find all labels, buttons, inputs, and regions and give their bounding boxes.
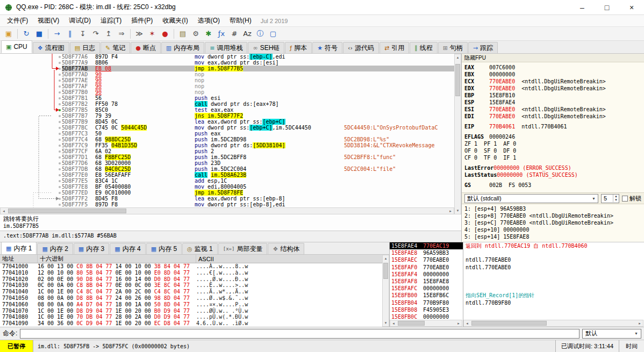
dump-row[interactable]: 7704100016 00 13 00 C0 8B 04 77 14 00 10… <box>0 263 389 270</box>
disasm-row[interactable]: 5D8F77B156push esi <box>0 95 454 101</box>
flags-row[interactable]: OF 0 SF 0 DF 0 <box>464 147 641 154</box>
script-fx-icon[interactable]: ƒx <box>215 28 228 40</box>
tab-call-stack[interactable]: ≡调用堆栈 <box>205 42 247 53</box>
disasm-row[interactable]: 5D8F77B98D45 0Clea eax,dword ptr ss:[ebp… <box>0 119 454 125</box>
tab-script[interactable]: ƒ脚本 <box>285 42 312 53</box>
tab-log[interactable]: ▤日志 <box>70 42 100 53</box>
disasm-row[interactable]: 5D8F77E0E8 56EAFAFFcall im.5D8A623B <box>0 172 454 178</box>
tab-dump-1[interactable]: ▦内存 1 <box>1 242 37 254</box>
tab-dump-2[interactable]: ▦内存 2 <box>37 243 73 254</box>
disasm-row[interactable]: 5D8F77E583C4 1Cadd esp,1C <box>0 178 454 184</box>
open-file-icon[interactable]: ▣ <box>2 28 15 40</box>
disasm-row[interactable]: 5D8F77CF6A 02push 2 <box>0 148 454 154</box>
command-profile-select[interactable]: 默认 ▼ <box>582 329 641 339</box>
unlock-checkbox[interactable]: 解锁 <box>622 195 641 203</box>
tab-watch-1[interactable]: ◎监视 1 <box>182 243 218 254</box>
dump-row[interactable]: 770410300C 00 0A 00 C8 8B 04 77 0E 00 0C… <box>0 282 389 289</box>
register-row[interactable]: EBP15E8FB10 <box>464 92 641 99</box>
disasm-row[interactable]: 5D8F77C468 988DC25Dpush im.5DC2BD985DC2B… <box>0 137 454 142</box>
disassembly-vertical-scrollbar[interactable]: ▴ ▾ <box>454 54 461 214</box>
stack-argument-row[interactable]: 1: [esp+4] 96A59BB3 <box>464 205 641 212</box>
tab-locals[interactable]: [x=]局部变量 <box>218 243 268 254</box>
tab-dump-5[interactable]: ▦内存 5 <box>146 243 182 254</box>
dump-row[interactable]: 7704106008 00 0A 00 A4 D7 04 77 18 00 1A… <box>0 301 389 308</box>
tab-notes[interactable]: ✎笔记 <box>101 42 130 53</box>
animate-icon[interactable]: ≫ <box>133 28 146 40</box>
stack-comment-row[interactable] <box>463 271 644 278</box>
stack-argument-row[interactable]: 2: [esp+8] 770EABE0 <ntdll.DbgUiRemoteBr… <box>464 212 641 219</box>
tab-dump-3[interactable]: ▦内存 3 <box>74 243 109 254</box>
menu-item-3[interactable]: 调试(D) <box>64 15 96 26</box>
menu-item-4[interactable]: 追踪(T) <box>96 15 126 26</box>
stepper-arrows-icon[interactable]: ▲▼ <box>613 195 619 202</box>
maximize-button[interactable]: □ <box>595 0 619 15</box>
stack-comments-panel[interactable]: 返回到 ntdll.770EAC19 自 ntdll.770B4060 ntdl… <box>463 242 644 327</box>
argument-depth-stepper[interactable]: 5 ▲▼ <box>601 194 619 203</box>
stack-row[interactable]: 15E8FAF815E8FAE8 <box>390 278 463 285</box>
register-row[interactable]: LastError00000000 (ERROR_SUCCESS) <box>464 164 641 171</box>
disassembly-horizontal-scrollbar[interactable]: ◂ ▸ <box>0 207 454 214</box>
run-icon[interactable]: → <box>51 28 63 40</box>
attach-icon[interactable]: ▢ <box>267 28 280 40</box>
disasm-row[interactable]: 5D8F77E8BF 05400080mov edi,80004005 <box>0 184 454 190</box>
tab-dump-4[interactable]: ▦内存 4 <box>110 243 145 254</box>
trace-icon[interactable]: ✶ <box>146 28 159 40</box>
scroll-right-icon[interactable]: ▸ <box>447 208 454 214</box>
scroll-right-icon[interactable]: ▸ <box>636 320 643 326</box>
pause-icon[interactable]: ∥ <box>63 28 76 40</box>
dump-row[interactable]: 7704101012 00 10 00 80 5B 04 77 0E 00 10… <box>0 270 389 276</box>
dump-row[interactable]: 770410701C 00 1E 00 D8 D9 04 77 1E 00 20… <box>0 308 389 314</box>
settings-icon[interactable]: ⚙ <box>189 28 202 40</box>
command-input[interactable] <box>20 329 579 339</box>
stack-comment-row[interactable] <box>463 278 644 285</box>
stack-row[interactable]: 15E8FB04770B9F80 <box>390 299 463 306</box>
stack-argument-row[interactable]: 5: [esp+14] 15E8FAE8 <box>464 233 641 240</box>
register-row[interactable]: ESP15E8FAE4 <box>464 99 641 106</box>
disasm-row[interactable]: 5D8F77A98B06mov eax,dword ptr ds:[esi] <box>0 60 454 66</box>
tab-symbols[interactable]: ★符号 <box>312 42 342 53</box>
dump-vertical-scrollbar[interactable]: ▴ ▾ <box>382 255 389 327</box>
stack-arguments-list[interactable]: 1: [esp+4] 96A59BB32: [esp+8] 770EABE0 <… <box>462 204 644 242</box>
stack-row[interactable]: 15E8FB0015E8FB6C <box>390 292 463 299</box>
stack-row[interactable]: 15E8FAEC770EABE0 <box>390 256 463 263</box>
step-out-icon[interactable]: ↥ <box>102 28 115 40</box>
register-row[interactable]: LastStatus00000000 (STATUS_SUCCESS) <box>464 171 641 178</box>
stack-comment-row[interactable]: 返回到 ntdll.770EAC19 自 ntdll.770B4060 <box>463 242 644 249</box>
register-row[interactable]: EDI770EABE0<ntdll.DbgUiRemoteBreakin> <box>464 113 641 120</box>
comments-horizontal-scrollbar[interactable]: ◂ ▸ <box>463 320 643 327</box>
menu-item-5[interactable]: 插件(P) <box>126 15 158 26</box>
disasm-row[interactable]: 5D8F77F5897D F8mov dword ptr ss:[ebp-8],… <box>0 202 454 207</box>
disasm-row[interactable]: 5D8F77BCC745 0C 5044C45Dmov dword ptr ss… <box>0 125 454 131</box>
tab-breakpoints[interactable]: ●断点 <box>131 42 161 53</box>
tab-threads[interactable]: ∥线程 <box>410 42 438 53</box>
tab-cpu[interactable]: ▣CPU <box>1 40 32 53</box>
step-over-icon[interactable]: ↷ <box>89 28 102 40</box>
disasm-row[interactable]: 5D8F77ABEB 08jmp im.5D8F77B5 <box>0 66 454 71</box>
stack-comment-row[interactable]: 指向SEH_Record[1]的指针 <box>463 292 644 299</box>
scroll-down-icon[interactable]: ▾ <box>455 207 461 214</box>
checkbox-icon[interactable] <box>622 196 628 202</box>
register-row[interactable]: ESI770EABE0<ntdll.DbgUiRemoteBreakin> <box>464 106 641 113</box>
scroll-thumb[interactable] <box>383 263 388 279</box>
scroll-thumb[interactable] <box>471 321 547 326</box>
tab-references[interactable]: ⇄引用 <box>380 42 409 53</box>
scroll-left-icon[interactable]: ◂ <box>1 208 7 214</box>
dump-row[interactable]: 7704109034 00 36 00 0C D9 04 77 1E 00 20… <box>0 320 389 327</box>
disasm-row[interactable]: 5D8F77A6897D F4mov dword ptr ss:[ebp-C],… <box>0 54 454 60</box>
disasm-row[interactable]: 5D8F77AE90nop <box>0 77 454 83</box>
tab-struct[interactable]: ❖结构体 <box>268 243 304 254</box>
stack-row[interactable]: 15E8FAF400000000 <box>390 271 463 278</box>
disasm-row[interactable]: 5D8F77EDE9 0C010000jmp im.5D8F78FE <box>0 190 454 196</box>
scroll-down-icon[interactable]: ▾ <box>383 320 389 326</box>
dump-row[interactable]: 770410801C 00 1E 00 70 DB 04 77 28 00 2A… <box>0 314 389 320</box>
disasm-row[interactable]: 5D8F77DB68 04C0C25Dpush im.5DC2C0045DC2C… <box>0 166 454 172</box>
disasm-row[interactable]: 5D8F77D668 3D020000push 23D <box>0 160 454 166</box>
tab-graph[interactable]: ❖流程图 <box>33 42 69 53</box>
run-to-cursor-icon[interactable]: ⇒ <box>115 28 128 40</box>
stack-row[interactable]: 15E8FAF0770EABE0 <box>390 264 463 271</box>
register-row[interactable]: EBX00000000 <box>464 71 641 78</box>
breakpoint-icon[interactable]: ● <box>159 28 171 40</box>
flags-row[interactable]: ZF 1 PF 1 AF 0 <box>464 140 641 147</box>
stop-icon[interactable]: ■ <box>33 28 46 40</box>
register-row[interactable]: ECX770EABE0<ntdll.DbgUiRemoteBreakin> <box>464 78 641 85</box>
